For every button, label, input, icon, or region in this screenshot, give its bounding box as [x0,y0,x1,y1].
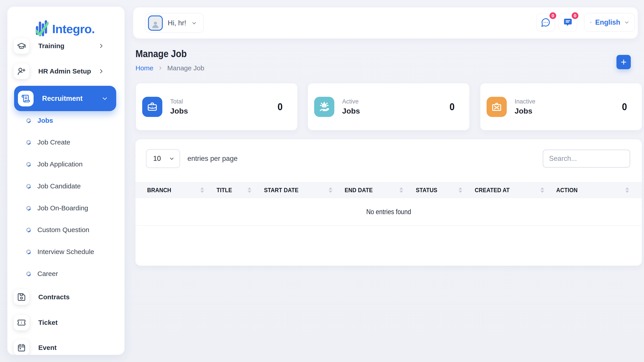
sidebar-item-recruitment[interactable]: Recruitment [14,86,116,111]
stat-label: Jobs [514,107,536,115]
stat-category: Inactive [514,98,536,105]
breadcrumb-home-link[interactable]: Home [136,64,154,72]
column-header-status: STATUS [416,182,440,198]
bullet-ring-icon [25,227,32,233]
sort-toggle-icon[interactable] [626,182,629,198]
stat-value: 0 [277,101,297,113]
chevron-down-icon [191,20,197,26]
sidebar-subitem-label: Interview Schedule [38,248,94,256]
sidebar-subitem-career[interactable]: Career [14,269,118,279]
sidebar-subitem-job-application[interactable]: Job Application [14,159,118,169]
globe-icon [590,18,592,27]
chat-button[interactable]: 0 [536,13,555,32]
sidebar-subitem-label: Career [38,270,58,277]
messages-button[interactable]: 0 [558,13,577,32]
stat-card-inactive-jobs: Inactive Jobs 0 [480,83,642,130]
sidebar-item-hr-admin-setup[interactable]: HR Admin Setup [14,63,118,79]
topbar: Hi, hr! 0 0 English [133,8,638,39]
sort-toggle-icon[interactable] [540,182,544,198]
stat-value: 0 [622,101,642,113]
sidebar-subitem-label: Custom Question [38,226,89,234]
breadcrumb-current: Manage Job [167,64,204,72]
sidebar-subitem-interview-schedule[interactable]: Interview Schedule [14,247,118,257]
table-empty-row: No entries found [136,198,642,226]
bullet-ring-icon [25,117,32,124]
sidebar-subitem-job-create[interactable]: Job Create [14,137,118,147]
jobs-table-card: 10 entries per page BRANCH TITLE START D… [136,139,642,266]
chevron-down-icon [169,156,175,162]
stat-label: Jobs [342,107,360,115]
floppy-disk-icon [14,289,29,305]
empty-message: No entries found [366,208,411,216]
sidebar-subitem-label: Job On-Boarding [38,204,88,212]
chevron-right-icon [158,66,163,71]
entries-per-page-value: 10 [153,155,161,163]
language-label: English [595,18,620,27]
calendar-icon [14,340,29,355]
sidebar-subitem-custom-question[interactable]: Custom Question [14,225,118,235]
sort-toggle-icon[interactable] [329,182,332,198]
sidebar-item-event[interactable]: Event [14,340,118,355]
sidebar-subitem-label: Job Candidate [38,182,80,190]
column-header-end-date: END DATE [344,182,377,198]
sort-toggle-icon[interactable] [200,182,204,198]
sidebar-item-label: Ticket [38,319,58,326]
sidebar-item-label: Recruitment [42,95,83,103]
entries-per-page-select[interactable]: 10 [146,149,180,168]
sidebar: Integro. Training HR Admin Setup Recruit… [8,7,124,355]
sort-toggle-icon[interactable] [248,182,251,198]
search-input[interactable] [543,150,630,168]
page-title: Manage Job [136,48,194,60]
bullet-ring-icon [25,249,32,255]
user-plus-icon [14,63,29,79]
entries-per-page-label: entries per page [188,149,238,168]
sidebar-subitem-jobs[interactable]: Jobs [14,116,118,125]
message-square-icon [563,18,573,27]
sidebar-item-label: Event [38,344,57,351]
avatar [148,16,163,31]
column-header-title: TITLE [216,182,234,198]
column-header-start-date: START DATE [264,182,303,198]
sidebar-item-label: HR Admin Setup [38,68,91,75]
sidebar-subitem-label: Job Create [38,138,70,146]
ticket-icon [14,315,29,330]
sidebar-item-training[interactable]: Training [14,38,118,54]
bullet-ring-icon [25,161,32,168]
bullet-ring-icon [25,139,32,146]
column-header-created-at: CREATED AT [475,182,514,198]
user-menu-button[interactable]: Hi, hr! [145,13,204,33]
table-header-row: BRANCH TITLE START DATE END DATE STATUS … [136,182,642,198]
chat-badge: 0 [548,11,557,20]
sidebar-item-label: Training [38,42,64,50]
breadcrumb: Home Manage Job [136,64,204,72]
stat-category: Total [170,98,188,105]
sort-toggle-icon[interactable] [458,182,462,198]
bullet-ring-icon [25,271,32,277]
brand-logo-icon [36,20,48,38]
sidebar-subitem-label: Jobs [38,117,53,124]
messages-badge: 0 [570,11,580,20]
briefcase-hand-icon [314,97,334,117]
bullet-ring-icon [25,205,32,211]
briefcase-x-icon [486,97,507,117]
scroll-icon [18,91,34,106]
sidebar-subitem-job-onboarding[interactable]: Job On-Boarding [14,203,118,213]
sidebar-subitem-label: Job Application [38,160,83,168]
sidebar-item-contracts[interactable]: Contracts [14,289,118,305]
sidebar-item-label: Contracts [38,293,70,301]
stat-card-active-jobs: Active Jobs 0 [308,83,469,130]
bullet-ring-icon [25,183,32,190]
chevron-right-icon [98,43,104,49]
add-job-button[interactable]: + [616,55,631,69]
stat-label: Jobs [170,107,188,115]
column-header-action: ACTION [556,182,581,198]
brand-name: Integro. [52,22,95,36]
graduation-cap-icon [14,38,29,54]
sidebar-subitem-job-candidate[interactable]: Job Candidate [14,181,118,191]
language-selector[interactable]: English [584,13,635,32]
column-header-branch: BRANCH [147,182,175,198]
sort-toggle-icon[interactable] [400,182,403,198]
brand-logo: Integro. [36,20,95,38]
sidebar-item-ticket[interactable]: Ticket [14,315,118,330]
chevron-down-icon [102,95,108,102]
